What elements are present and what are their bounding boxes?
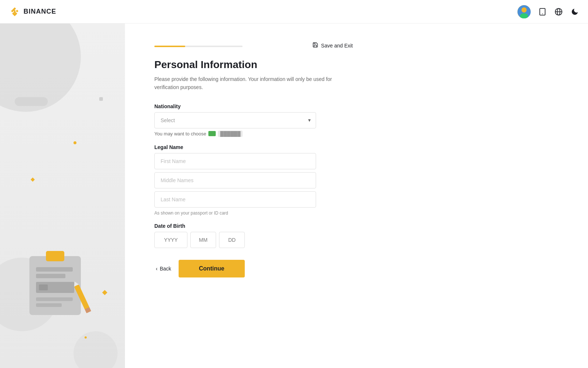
back-arrow-icon: ‹ xyxy=(156,266,158,272)
nationality-label: Nationality xyxy=(154,103,353,109)
button-row: ‹ Back Continue xyxy=(154,260,353,277)
save-exit-label: Save and Exit xyxy=(321,43,353,49)
header: BINANCE xyxy=(0,0,588,24)
page-description: Please provide the following information… xyxy=(154,75,353,92)
sidebar xyxy=(0,24,125,368)
dob-inputs xyxy=(154,232,353,248)
svg-rect-10 xyxy=(36,267,73,272)
dob-field-group: Date of Birth xyxy=(154,223,353,248)
page-title: Personal Information xyxy=(154,59,353,71)
continue-button[interactable]: Continue xyxy=(179,260,245,277)
dark-mode-icon[interactable] xyxy=(570,7,579,16)
last-name-input[interactable] xyxy=(154,191,316,208)
dob-day-input[interactable] xyxy=(219,232,245,248)
svg-rect-14 xyxy=(36,297,73,301)
svg-rect-15 xyxy=(36,303,62,307)
progress-fill xyxy=(154,46,185,47)
nationality-select[interactable]: Select xyxy=(154,112,316,128)
deco-diamond2 xyxy=(31,177,35,181)
legal-name-label: Legal Name xyxy=(154,144,353,150)
avatar[interactable] xyxy=(517,5,531,18)
nationality-select-wrapper: Select ▼ xyxy=(154,112,316,128)
deco-dot2 xyxy=(85,336,87,339)
main-layout: Save and Exit Personal Information Pleas… xyxy=(0,24,588,368)
deco-dot1 xyxy=(74,141,76,144)
svg-point-1 xyxy=(521,7,527,13)
back-button[interactable]: ‹ Back xyxy=(154,263,173,275)
globe-icon[interactable] xyxy=(554,7,563,16)
dob-month-input[interactable] xyxy=(190,232,216,248)
legal-name-hint: As shown on your passport or ID card xyxy=(154,210,353,216)
bg-circle-3 xyxy=(74,331,118,368)
tablet-icon[interactable] xyxy=(538,7,547,16)
dob-label: Date of Birth xyxy=(154,223,353,229)
svg-rect-13 xyxy=(39,284,48,290)
binance-logo-icon xyxy=(9,6,21,18)
deco-pill xyxy=(15,97,48,106)
progress-bar xyxy=(154,46,243,47)
logo[interactable]: BINANCE xyxy=(9,6,56,18)
content-area: Save and Exit Personal Information Pleas… xyxy=(125,24,514,368)
header-right xyxy=(517,5,579,18)
svg-rect-9 xyxy=(46,251,64,261)
clipboard-illustration xyxy=(18,241,99,322)
dob-year-input[interactable] xyxy=(154,232,187,248)
legal-name-field-group: Legal Name As shown on your passport or … xyxy=(154,144,353,216)
illustration xyxy=(18,241,99,324)
deco-dot3 xyxy=(99,97,103,101)
save-exit-button[interactable]: Save and Exit xyxy=(312,42,353,49)
save-exit-icon xyxy=(312,42,318,49)
svg-point-4 xyxy=(542,13,543,14)
suggest-flag-icon xyxy=(208,131,216,136)
suggest-text: You may want to choose ██████ xyxy=(154,131,353,137)
middle-name-input[interactable] xyxy=(154,172,316,188)
suggest-country: ██████ xyxy=(218,131,243,137)
avatar-icon xyxy=(517,5,531,18)
deco-diamond xyxy=(102,290,107,295)
right-spacer xyxy=(514,24,588,368)
first-name-input[interactable] xyxy=(154,153,316,169)
nationality-field-group: Nationality Select ▼ You may want to cho… xyxy=(154,103,353,137)
content-inner: Save and Exit Personal Information Pleas… xyxy=(125,24,382,300)
svg-rect-11 xyxy=(36,274,65,278)
suggest-label: You may want to choose xyxy=(154,131,206,137)
logo-text: BINANCE xyxy=(24,8,56,15)
back-label: Back xyxy=(160,266,171,272)
